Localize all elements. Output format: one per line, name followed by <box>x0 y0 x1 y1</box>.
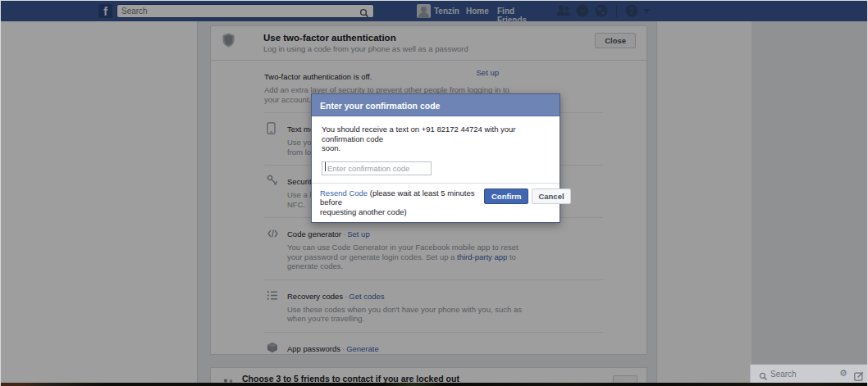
text-caret <box>325 162 326 171</box>
modal-body: You should receive a text on +91 82172 4… <box>312 116 560 183</box>
modal-buttons: Confirm Cancel <box>484 188 571 217</box>
chat-sidebar-search-bar: Search ⚙ <box>750 364 868 383</box>
confirmation-code-modal: Enter your confirmation code You should … <box>311 93 560 223</box>
modal-message: You should receive a text on +91 82172 4… <box>322 125 550 153</box>
modal-message-line1: You should receive a text on +91 82172 4… <box>322 125 550 143</box>
confirm-button[interactable]: Confirm <box>484 188 528 204</box>
resend-note: Resend Code (please wait at least 5 minu… <box>320 188 484 217</box>
modal-footer: Resend Code (please wait at least 5 minu… <box>312 183 560 223</box>
chat-search-input[interactable]: Search <box>770 370 797 379</box>
modal-header: Enter your confirmation code <box>312 94 560 116</box>
resend-note-line2: requesting another code) <box>320 207 484 217</box>
gear-icon[interactable]: ⚙ <box>839 368 847 379</box>
modal-message-line2: soon. <box>322 143 550 153</box>
confirmation-code-input[interactable] <box>322 161 432 175</box>
facebook-settings-page: f Tenzin Home Find Friends ? <box>0 0 868 386</box>
code-input-wrap <box>322 160 432 175</box>
cropped-photo-strip <box>1 383 868 386</box>
cancel-button[interactable]: Cancel <box>532 188 570 204</box>
resend-code-link[interactable]: Resend Code <box>320 188 368 198</box>
modal-title: Enter your confirmation code <box>320 101 440 111</box>
